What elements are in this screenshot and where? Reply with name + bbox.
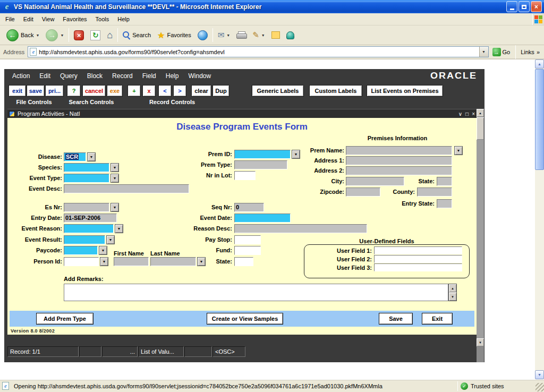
applet-scrollbar-thumb[interactable] xyxy=(477,117,484,140)
messenger-button[interactable] xyxy=(283,30,298,41)
mdi-close-icon[interactable]: × xyxy=(472,111,475,117)
prem-id-field[interactable] xyxy=(234,150,291,159)
resize-grip[interactable] xyxy=(536,383,544,391)
print-button[interactable] xyxy=(233,30,249,40)
person-id-field[interactable] xyxy=(64,257,99,266)
oracle-menu-query[interactable]: Query xyxy=(55,70,82,82)
prem-name-dropdown-button[interactable]: ▼ xyxy=(454,146,463,155)
home-button[interactable]: ⌂ xyxy=(104,29,116,41)
event-date-field[interactable] xyxy=(234,214,291,223)
person-id-dropdown-button[interactable]: ▼ xyxy=(100,257,108,266)
next-record-button[interactable]: > xyxy=(173,85,186,97)
oracle-menu-block[interactable]: Block xyxy=(82,70,107,82)
add-prem-type-button[interactable]: Add Prem Type xyxy=(36,313,94,325)
paycode-dropdown-button[interactable]: ▼ xyxy=(99,246,107,255)
oracle-menu-record[interactable]: Record xyxy=(107,70,138,82)
user-field1-input[interactable] xyxy=(374,246,462,254)
event-type-dropdown-button[interactable]: ▼ xyxy=(110,174,119,183)
nr-in-lot-field[interactable] xyxy=(234,171,256,180)
mail-button[interactable]: ✉ ▼ xyxy=(215,29,234,41)
edit-button[interactable]: ✎ ▼ xyxy=(249,29,268,41)
favorites-button[interactable]: ★ Favorites xyxy=(154,29,194,42)
nr-in-lot-label: Nr in Lot: xyxy=(181,172,232,178)
back-button[interactable]: ← Back ▼ xyxy=(3,28,42,43)
browser-scroll-down-icon[interactable]: ▼ xyxy=(535,370,544,379)
address-dropdown-icon[interactable]: ▼ xyxy=(479,47,488,57)
maximize-button[interactable] xyxy=(518,1,530,12)
clear-record-button[interactable]: clear xyxy=(191,85,211,97)
oracle-menu-help[interactable]: Help xyxy=(161,70,184,82)
search-icon xyxy=(123,31,130,39)
user-field2-input[interactable] xyxy=(374,255,462,263)
event-result-field[interactable] xyxy=(64,235,105,244)
links-chevron-icon[interactable]: » xyxy=(537,49,540,55)
remarks-scroll-down-icon[interactable]: ▼ xyxy=(449,293,456,301)
browser-scrollbar[interactable]: ▲ ▼ xyxy=(535,59,544,379)
minimize-button[interactable] xyxy=(506,1,517,12)
user-field3-input[interactable] xyxy=(374,263,462,271)
cancel-query-button[interactable]: cancel xyxy=(82,85,106,97)
list-events-on-premises-button[interactable]: List Events on Premises xyxy=(367,85,443,97)
enter-query-button[interactable]: ? xyxy=(67,85,81,97)
exit-button[interactable]: Exit xyxy=(422,313,453,325)
applet-scrollbar[interactable]: ▲ ▼ xyxy=(477,109,484,346)
menu-help[interactable]: Help xyxy=(113,14,134,24)
es-nr-dropdown-button[interactable]: ▼ xyxy=(110,203,119,212)
paycode-field[interactable] xyxy=(64,246,98,255)
refresh-button[interactable]: ↻ xyxy=(87,29,104,42)
search-button[interactable]: Search xyxy=(120,30,154,40)
mdi-restore-icon[interactable]: □ xyxy=(465,111,469,117)
execute-query-button[interactable]: exe xyxy=(107,85,123,97)
discuss-button[interactable] xyxy=(268,30,283,40)
applet-scroll-down-icon[interactable]: ▼ xyxy=(477,338,484,346)
address-input[interactable]: e http://ahsmdevtest.aphis.usda.gov/form… xyxy=(28,46,488,57)
state-field[interactable] xyxy=(234,257,253,266)
close-button[interactable]: × xyxy=(531,1,542,12)
status-text: Opening http://ahsmdevtest.aphis.usda.go… xyxy=(14,383,455,389)
custom-labels-button[interactable]: Custom Labels xyxy=(309,85,362,97)
exit-toolbar-button[interactable]: exit xyxy=(8,85,26,97)
oracle-menu-edit[interactable]: Edit xyxy=(35,70,55,82)
browser-scrollbar-thumb[interactable] xyxy=(535,69,544,170)
disease-field[interactable]: SCR xyxy=(64,152,86,161)
back-label: Back xyxy=(21,32,33,38)
go-button[interactable]: → Go xyxy=(489,47,514,57)
remarks-scroll-up-icon[interactable]: ▲ xyxy=(449,284,456,292)
applet-scroll-up-icon[interactable]: ▲ xyxy=(477,109,484,117)
links-label[interactable]: Links xyxy=(521,49,534,55)
insert-record-button[interactable]: + xyxy=(128,85,141,97)
menu-view[interactable]: View xyxy=(38,14,59,24)
create-or-view-samples-button[interactable]: Create or View Samples xyxy=(207,313,283,325)
event-reason-dropdown-button[interactable]: ▼ xyxy=(115,224,123,233)
menu-edit[interactable]: Edit xyxy=(19,14,38,24)
remarks-scrollbar[interactable]: ▲ ▼ xyxy=(448,284,457,301)
event-result-dropdown-button[interactable]: ▼ xyxy=(106,235,115,244)
duplicate-record-button[interactable]: Dup xyxy=(212,85,230,97)
forward-button[interactable]: → ▼ xyxy=(42,28,67,43)
event-type-field[interactable] xyxy=(64,174,109,183)
species-dropdown-button[interactable]: ▼ xyxy=(110,163,119,172)
oracle-menu-window[interactable]: Window xyxy=(183,70,216,82)
oracle-menu-field[interactable]: Field xyxy=(138,70,161,82)
save-toolbar-button[interactable]: save xyxy=(27,85,45,97)
mdi-iconify-icon[interactable]: ∨ xyxy=(458,111,462,117)
menu-file[interactable]: File xyxy=(1,14,19,24)
pay-stop-field[interactable] xyxy=(234,235,261,244)
menu-tools[interactable]: Tools xyxy=(91,14,114,24)
save-button[interactable]: Save xyxy=(379,313,413,325)
generic-labels-button[interactable]: Generic Labels xyxy=(252,85,304,97)
print-toolbar-button[interactable]: pri... xyxy=(45,85,64,97)
prem-id-dropdown-button[interactable]: ▼ xyxy=(292,150,300,159)
history-button[interactable] xyxy=(194,29,211,42)
delete-record-button[interactable]: x xyxy=(142,85,156,97)
browser-scroll-up-icon[interactable]: ▲ xyxy=(535,59,544,69)
fund-field[interactable] xyxy=(234,246,261,255)
stop-button[interactable]: × xyxy=(71,29,87,42)
event-reason-field[interactable] xyxy=(64,224,114,233)
menu-favorites[interactable]: Favorites xyxy=(58,14,91,24)
disease-dropdown-button[interactable]: ▼ xyxy=(87,152,96,161)
previous-record-button[interactable]: < xyxy=(158,85,172,97)
species-field[interactable] xyxy=(64,163,109,172)
add-remarks-input[interactable] xyxy=(64,284,448,301)
oracle-menu-action[interactable]: Action xyxy=(7,70,35,82)
